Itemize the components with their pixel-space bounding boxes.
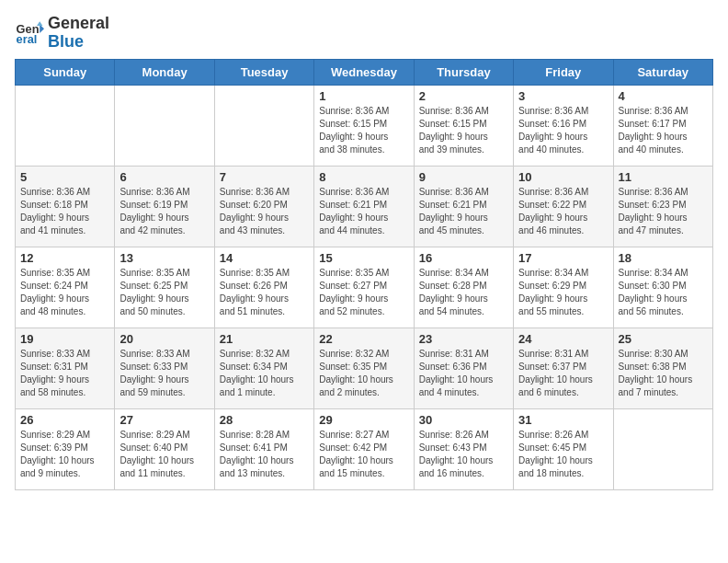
day-cell: 20Sunrise: 8:33 AM Sunset: 6:33 PM Dayli… [115,327,214,408]
day-cell: 16Sunrise: 8:34 AM Sunset: 6:28 PM Dayli… [414,247,513,327]
day-info: Sunrise: 8:34 AM Sunset: 6:28 PM Dayligh… [419,267,508,318]
day-info: Sunrise: 8:26 AM Sunset: 6:45 PM Dayligh… [518,429,608,480]
day-cell: 23Sunrise: 8:31 AM Sunset: 6:36 PM Dayli… [414,327,513,408]
day-info: Sunrise: 8:28 AM Sunset: 6:41 PM Dayligh… [220,429,309,480]
day-cell: 24Sunrise: 8:31 AM Sunset: 6:37 PM Dayli… [514,327,613,408]
day-info: Sunrise: 8:36 AM Sunset: 6:15 PM Dayligh… [419,105,508,156]
day-number: 31 [518,413,608,427]
day-number: 12 [20,251,109,265]
day-cell: 31Sunrise: 8:26 AM Sunset: 6:45 PM Dayli… [514,408,613,489]
day-number: 3 [518,89,608,103]
header-cell-saturday: Saturday [613,59,712,85]
day-info: Sunrise: 8:33 AM Sunset: 6:33 PM Dayligh… [119,348,209,399]
day-number: 24 [518,332,608,346]
day-cell: 17Sunrise: 8:34 AM Sunset: 6:29 PM Dayli… [514,247,613,327]
week-row-4: 19Sunrise: 8:33 AM Sunset: 6:31 PM Dayli… [16,327,713,408]
day-cell: 28Sunrise: 8:28 AM Sunset: 6:41 PM Dayli… [214,408,313,489]
day-number: 18 [619,251,708,265]
day-info: Sunrise: 8:36 AM Sunset: 6:20 PM Dayligh… [220,186,309,237]
day-number: 15 [319,251,408,265]
day-number: 1 [319,89,408,103]
day-number: 5 [20,170,109,184]
day-cell: 9Sunrise: 8:36 AM Sunset: 6:21 PM Daylig… [414,166,513,247]
day-number: 20 [119,332,209,346]
day-info: Sunrise: 8:33 AM Sunset: 6:31 PM Dayligh… [20,348,109,399]
header-cell-monday: Monday [115,59,214,85]
header-cell-sunday: Sunday [16,59,115,85]
day-cell: 29Sunrise: 8:27 AM Sunset: 6:42 PM Dayli… [314,408,414,489]
day-info: Sunrise: 8:26 AM Sunset: 6:43 PM Dayligh… [419,429,508,480]
day-info: Sunrise: 8:36 AM Sunset: 6:19 PM Dayligh… [119,186,209,237]
day-number: 10 [518,170,608,184]
week-row-5: 26Sunrise: 8:29 AM Sunset: 6:39 PM Dayli… [16,408,713,489]
day-info: Sunrise: 8:34 AM Sunset: 6:30 PM Dayligh… [619,267,708,318]
day-number: 14 [220,251,309,265]
header-cell-thursday: Thursday [414,59,513,85]
day-cell: 6Sunrise: 8:36 AM Sunset: 6:19 PM Daylig… [115,166,214,247]
day-cell: 27Sunrise: 8:29 AM Sunset: 6:40 PM Dayli… [115,408,214,489]
day-cell: 8Sunrise: 8:36 AM Sunset: 6:21 PM Daylig… [314,166,414,247]
day-info: Sunrise: 8:35 AM Sunset: 6:24 PM Dayligh… [20,267,109,318]
day-cell: 2Sunrise: 8:36 AM Sunset: 6:15 PM Daylig… [414,85,513,166]
day-number: 11 [619,170,708,184]
day-number: 2 [419,89,508,103]
day-info: Sunrise: 8:36 AM Sunset: 6:21 PM Dayligh… [419,186,508,237]
day-number: 23 [419,332,508,346]
day-number: 9 [419,170,508,184]
logo-text-general: General [48,15,109,33]
day-cell: 19Sunrise: 8:33 AM Sunset: 6:31 PM Dayli… [16,327,115,408]
day-info: Sunrise: 8:36 AM Sunset: 6:16 PM Dayligh… [518,105,608,156]
day-cell [214,85,313,166]
day-number: 7 [220,170,309,184]
day-cell: 13Sunrise: 8:35 AM Sunset: 6:25 PM Dayli… [115,247,214,327]
day-cell: 26Sunrise: 8:29 AM Sunset: 6:39 PM Dayli… [16,408,115,489]
day-info: Sunrise: 8:36 AM Sunset: 6:23 PM Dayligh… [619,186,708,237]
day-cell: 18Sunrise: 8:34 AM Sunset: 6:30 PM Dayli… [613,247,712,327]
header-cell-wednesday: Wednesday [314,59,414,85]
week-row-2: 5Sunrise: 8:36 AM Sunset: 6:18 PM Daylig… [16,166,713,247]
day-number: 4 [619,89,708,103]
day-number: 30 [419,413,508,427]
week-row-1: 1Sunrise: 8:36 AM Sunset: 6:15 PM Daylig… [16,85,713,166]
day-number: 17 [518,251,608,265]
day-info: Sunrise: 8:35 AM Sunset: 6:27 PM Dayligh… [319,267,408,318]
day-cell: 22Sunrise: 8:32 AM Sunset: 6:35 PM Dayli… [314,327,414,408]
day-info: Sunrise: 8:27 AM Sunset: 6:42 PM Dayligh… [319,429,408,480]
day-cell: 1Sunrise: 8:36 AM Sunset: 6:15 PM Daylig… [314,85,414,166]
day-info: Sunrise: 8:32 AM Sunset: 6:34 PM Dayligh… [220,348,309,399]
header-cell-tuesday: Tuesday [214,59,313,85]
day-cell [613,408,712,489]
day-number: 19 [20,332,109,346]
day-number: 28 [220,413,309,427]
day-info: Sunrise: 8:36 AM Sunset: 6:21 PM Dayligh… [319,186,408,237]
day-info: Sunrise: 8:34 AM Sunset: 6:29 PM Dayligh… [518,267,608,318]
day-cell: 25Sunrise: 8:30 AM Sunset: 6:38 PM Dayli… [613,327,712,408]
logo-icon: Gen eral [15,18,44,48]
day-number: 29 [319,413,408,427]
day-cell: 7Sunrise: 8:36 AM Sunset: 6:20 PM Daylig… [214,166,313,247]
day-info: Sunrise: 8:36 AM Sunset: 6:22 PM Dayligh… [518,186,608,237]
day-info: Sunrise: 8:30 AM Sunset: 6:38 PM Dayligh… [619,348,708,399]
day-cell: 4Sunrise: 8:36 AM Sunset: 6:17 PM Daylig… [613,85,712,166]
logo: Gen eral General Blue [15,15,109,52]
day-info: Sunrise: 8:29 AM Sunset: 6:40 PM Dayligh… [119,429,209,480]
day-cell [16,85,115,166]
day-info: Sunrise: 8:36 AM Sunset: 6:18 PM Dayligh… [20,186,109,237]
day-info: Sunrise: 8:31 AM Sunset: 6:37 PM Dayligh… [518,348,608,399]
day-info: Sunrise: 8:36 AM Sunset: 6:15 PM Dayligh… [319,105,408,156]
day-info: Sunrise: 8:32 AM Sunset: 6:35 PM Dayligh… [319,348,408,399]
day-number: 22 [319,332,408,346]
day-number: 8 [319,170,408,184]
day-number: 27 [119,413,209,427]
logo-text-blue: Blue [48,33,109,52]
week-row-3: 12Sunrise: 8:35 AM Sunset: 6:24 PM Dayli… [16,247,713,327]
header-cell-friday: Friday [514,59,613,85]
page-header: Gen eral General Blue [15,15,713,52]
day-info: Sunrise: 8:36 AM Sunset: 6:17 PM Dayligh… [619,105,708,156]
day-cell: 12Sunrise: 8:35 AM Sunset: 6:24 PM Dayli… [16,247,115,327]
day-cell: 30Sunrise: 8:26 AM Sunset: 6:43 PM Dayli… [414,408,513,489]
day-cell: 5Sunrise: 8:36 AM Sunset: 6:18 PM Daylig… [16,166,115,247]
day-number: 13 [119,251,209,265]
day-number: 6 [119,170,209,184]
day-info: Sunrise: 8:29 AM Sunset: 6:39 PM Dayligh… [20,429,109,480]
